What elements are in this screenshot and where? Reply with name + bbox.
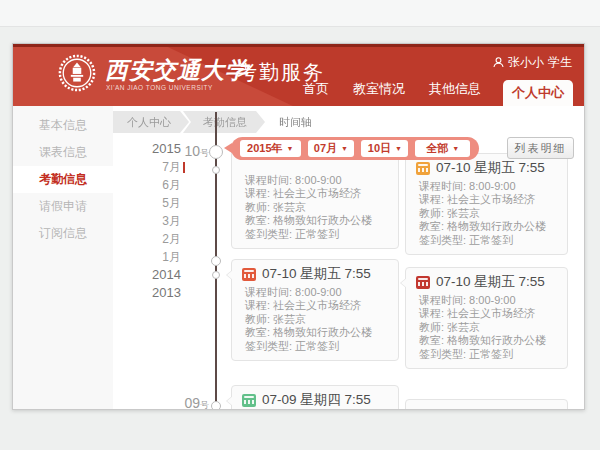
month-select[interactable]: 07月▼ — [308, 140, 355, 157]
date-nav-month[interactable]: 6月 — [121, 176, 181, 194]
card-room: 教室: 格物致知行政办公楼 — [242, 326, 388, 339]
card-sign-type: 签到类型: 正常签到 — [416, 234, 557, 247]
nav-item-home[interactable]: 首页 — [303, 80, 329, 106]
timeline-node — [212, 166, 220, 174]
chevron-down-icon: ▼ — [287, 145, 294, 152]
university-seal-icon — [58, 54, 96, 92]
card-course-time: 课程时间: 8:00-9:00 — [242, 286, 388, 299]
nav-item-classrooms[interactable]: 教室情况 — [353, 80, 405, 106]
list-detail-button[interactable]: 列表明细 — [507, 137, 574, 159]
date-nav: 2015 7月 6月 5月 3月 2月 1月 2014 2013 — [121, 140, 181, 302]
content-area: 基本信息 课表信息 考勤信息 请假申请 订阅信息 个人中心 考勤信息 时间轴 2… — [13, 106, 584, 409]
chevron-down-icon: ▼ — [341, 145, 348, 152]
nav-item-personal-center[interactable]: 个人中心 — [503, 80, 573, 106]
user-info[interactable]: 张小小 学生 — [493, 54, 572, 71]
card-teacher: 教师: 张芸京 — [416, 207, 557, 220]
year-select[interactable]: 2015年▼ — [240, 140, 301, 157]
scope-select[interactable]: 全部▼ — [415, 140, 470, 157]
date-nav-year[interactable]: 2013 — [121, 284, 181, 302]
breadcrumb-personal-center[interactable]: 个人中心 — [113, 111, 189, 133]
sidebar-item-leave-request[interactable]: 请假申请 — [13, 193, 113, 220]
card-course-time: 课程时间: 8:00-9:00 — [416, 294, 557, 307]
attendance-card: 07-10 星期五 7:55 课程时间: 8:00-9:00 课程: 社会主义市… — [405, 153, 568, 255]
card-course: 课程: 社会主义市场经济 — [416, 307, 557, 320]
browser-chrome-strip — [0, 0, 600, 27]
card-title: 07-10 星期五 7:55 — [416, 273, 557, 291]
person-icon — [493, 57, 504, 68]
card-teacher: 教师: 张芸京 — [416, 321, 557, 334]
timeline-node — [211, 256, 221, 266]
date-nav-month[interactable]: 3月 — [121, 212, 181, 230]
card-course: 课程: 社会主义市场经济 — [242, 299, 388, 312]
timeline-node — [211, 401, 221, 409]
day-select[interactable]: 10日▼ — [361, 140, 408, 157]
calendar-status-icon — [242, 394, 256, 407]
selected-month-marker — [183, 162, 185, 173]
attendance-card: 07-09 星期四 7:55 — [231, 385, 399, 409]
card-teacher: 教师: 张芸京 — [242, 313, 388, 326]
card-title: 07-10 星期五 7:55 — [242, 265, 388, 283]
timeline-node — [212, 271, 220, 279]
card-course: 课程: 社会主义市场经济 — [242, 187, 388, 200]
breadcrumb-timeline[interactable]: 时间轴 — [259, 111, 330, 133]
attendance-card — [405, 399, 568, 409]
card-sign-type: 签到类型: 正常签到 — [242, 340, 388, 353]
app-window: 西安交通大学 XI'AN JIAO TONG UNIVERSITY 考勤服务 张… — [12, 43, 585, 410]
date-nav-month-selected[interactable]: 7月 — [121, 158, 181, 176]
card-sign-type: 签到类型: 正常签到 — [242, 228, 388, 241]
main-nav: 首页 教室情况 其他信息 个人中心 — [279, 80, 573, 106]
sidebar-item-attendance-info[interactable]: 考勤信息 — [13, 166, 113, 193]
university-name-cn: 西安交通大学 — [105, 55, 249, 86]
day-marker-09: 09号 — [169, 395, 209, 409]
date-nav-year[interactable]: 2014 — [121, 266, 181, 284]
attendance-card: 课程时间: 8:00-9:00 课程: 社会主义市场经济 教师: 张芸京 教室:… — [231, 147, 399, 249]
university-name-en: XI'AN JIAO TONG UNIVERSITY — [106, 84, 213, 91]
chevron-down-icon: ▼ — [452, 145, 459, 152]
date-nav-month[interactable]: 5月 — [121, 194, 181, 212]
sidebar-item-schedule-info[interactable]: 课表信息 — [13, 139, 113, 166]
day-marker-10: 10号 — [169, 143, 209, 160]
calendar-status-icon — [416, 276, 430, 289]
date-filter-bar: 2015年▼ 07月▼ 10日▼ 全部▼ — [231, 137, 479, 160]
card-sign-type: 签到类型: 正常签到 — [416, 348, 557, 361]
card-room: 教室: 格物致知行政办公楼 — [416, 220, 557, 233]
sidebar: 基本信息 课表信息 考勤信息 请假申请 订阅信息 — [13, 106, 113, 409]
date-nav-month[interactable]: 1月 — [121, 248, 181, 266]
sidebar-item-subscription-info[interactable]: 订阅信息 — [13, 220, 113, 247]
calendar-status-icon — [416, 162, 430, 175]
card-course: 课程: 社会主义市场经济 — [416, 193, 557, 206]
app-header: 西安交通大学 XI'AN JIAO TONG UNIVERSITY 考勤服务 张… — [13, 44, 584, 106]
sidebar-item-basic-info[interactable]: 基本信息 — [13, 112, 113, 139]
attendance-card: 07-10 星期五 7:55 课程时间: 8:00-9:00 课程: 社会主义市… — [231, 259, 399, 361]
card-title: 07-10 星期五 7:55 — [416, 159, 557, 177]
date-nav-month[interactable]: 2月 — [121, 230, 181, 248]
calendar-status-icon — [242, 268, 256, 281]
user-name: 张小小 — [508, 54, 544, 71]
chevron-down-icon: ▼ — [395, 145, 402, 152]
card-teacher: 教师: 张芸京 — [242, 201, 388, 214]
card-room: 教室: 格物致知行政办公楼 — [416, 334, 557, 347]
user-role: 学生 — [548, 54, 572, 71]
card-course-time: 课程时间: 8:00-9:00 — [242, 174, 388, 187]
header-top-strip — [13, 44, 584, 47]
card-title: 07-09 星期四 7:55 — [242, 391, 388, 409]
timeline-node — [209, 145, 223, 159]
attendance-card: 07-10 星期五 7:55 课程时间: 8:00-9:00 课程: 社会主义市… — [405, 267, 568, 369]
breadcrumb: 个人中心 考勤信息 时间轴 — [113, 111, 324, 133]
card-course-time: 课程时间: 8:00-9:00 — [416, 180, 557, 193]
breadcrumb-attendance-info[interactable]: 考勤信息 — [183, 111, 265, 133]
card-room: 教室: 格物致知行政办公楼 — [242, 214, 388, 227]
nav-item-other-info[interactable]: 其他信息 — [429, 80, 481, 106]
